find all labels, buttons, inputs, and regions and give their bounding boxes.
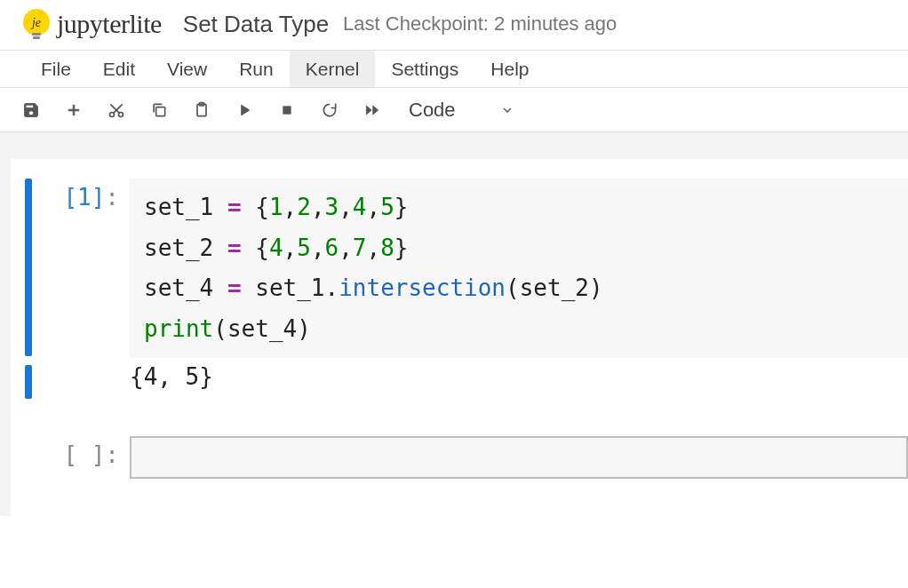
cell-output: {4, 5} [130, 360, 908, 397]
menu-item-file[interactable]: File [25, 51, 87, 87]
document-title[interactable]: Set Data Type [183, 11, 329, 38]
brand-name: jupyterlite [57, 9, 162, 39]
lightbulb-icon: je [18, 5, 55, 43]
menu-item-run[interactable]: Run [223, 51, 290, 87]
code-editor[interactable] [130, 436, 908, 479]
cell-type-label: Code [409, 99, 456, 122]
cut-icon[interactable] [105, 99, 128, 122]
svg-rect-1 [32, 33, 41, 36]
execution-prompt: [ ]: [32, 436, 130, 468]
fast-forward-icon[interactable] [361, 99, 384, 122]
add-icon[interactable] [62, 99, 85, 122]
cell-run-indicator [25, 436, 32, 479]
svg-rect-6 [156, 107, 165, 115]
code-cell[interactable]: [1]:set_1 = {1,2,3,4,5}set_2 = {4,5,6,7,… [11, 179, 908, 358]
notebook: [1]:set_1 = {1,2,3,4,5}set_2 = {4,5,6,7,… [11, 159, 908, 516]
menu-item-view[interactable]: View [151, 51, 223, 87]
code-editor[interactable]: set_1 = {1,2,3,4,5}set_2 = {4,5,6,7,8}se… [130, 179, 908, 358]
svg-rect-2 [33, 36, 40, 39]
cell-type-dropdown[interactable]: Code [409, 99, 514, 122]
logo: je jupyterlite [18, 5, 162, 43]
execution-prompt: [1]: [32, 179, 130, 211]
menu-item-help[interactable]: Help [474, 51, 545, 87]
svg-text:je: je [30, 16, 41, 29]
chevron-down-icon [500, 103, 514, 117]
output-indicator [25, 365, 32, 399]
menu-item-edit[interactable]: Edit [87, 51, 151, 87]
cell-run-indicator [25, 179, 32, 356]
copy-icon[interactable] [147, 99, 171, 122]
restart-icon[interactable] [318, 99, 341, 122]
save-icon[interactable] [20, 99, 43, 122]
stop-icon[interactable] [275, 99, 299, 122]
notebook-area: [1]:set_1 = {1,2,3,4,5}set_2 = {4,5,6,7,… [0, 132, 908, 516]
menu-bar: FileEditViewRunKernelSettingsHelp [0, 51, 908, 88]
output-prompt [32, 360, 130, 365]
toolbar: Code [0, 88, 908, 132]
svg-rect-9 [283, 106, 291, 113]
output-row: {4, 5} [11, 360, 908, 399]
header: je jupyterlite Set Data Type Last Checkp… [0, 0, 908, 50]
checkpoint-label: Last Checkpoint: 2 minutes ago [343, 12, 617, 36]
menu-item-settings[interactable]: Settings [375, 51, 474, 87]
menu-item-kernel[interactable]: Kernel [290, 51, 376, 87]
run-icon[interactable] [233, 99, 256, 122]
paste-icon[interactable] [190, 99, 213, 122]
code-cell[interactable]: [ ]: [11, 436, 908, 479]
